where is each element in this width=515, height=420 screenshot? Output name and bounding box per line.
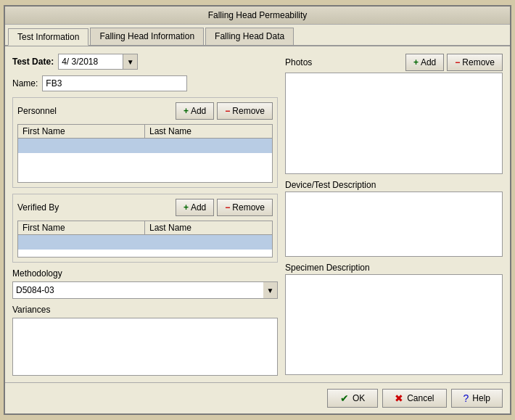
ok-button[interactable]: ✔ OK (327, 389, 378, 408)
photos-remove-button[interactable]: Remove (447, 54, 503, 71)
specimen-label: Specimen Description (285, 263, 503, 273)
photos-label: Photos (285, 57, 312, 67)
photos-btn-group: Add Remove (405, 54, 503, 71)
verified-remove-button[interactable]: Remove (217, 199, 273, 216)
verified-table: First Name Last Name (17, 221, 273, 258)
name-row: Name: (12, 75, 278, 91)
tab-test-information[interactable]: Test Information (8, 28, 88, 46)
photos-area (285, 73, 503, 174)
photos-add-button[interactable]: Add (405, 54, 444, 71)
photos-section: Photos Add Remove (285, 54, 503, 174)
variances-textarea[interactable] (12, 318, 278, 376)
last-name-cell (145, 139, 272, 153)
main-content: Test Date: ▼ Name: Personnel Add (5, 46, 510, 382)
name-label: Name: (12, 78, 38, 88)
photos-header: Photos Add Remove (285, 54, 503, 71)
date-dropdown-wrapper: ▼ (58, 54, 138, 70)
dialog-title: Falling Head Permeability (208, 10, 308, 20)
methodology-dropdown-wrapper: D5084-03 ▼ (12, 281, 278, 299)
specimen-area (285, 274, 503, 375)
table-row[interactable] (18, 235, 272, 250)
variances-label: Variances (12, 305, 278, 315)
table-row[interactable] (18, 139, 272, 153)
test-date-row: Test Date: ▼ (12, 54, 278, 70)
tab-bar: Test Information Falling Head Informatio… (5, 25, 510, 46)
device-test-area (285, 192, 503, 257)
verified-last-name-header: Last Name (145, 221, 272, 234)
dialog: Falling Head Permeability Test Informati… (4, 5, 511, 415)
methodology-label: Methodology (12, 268, 278, 279)
footer: ✔ OK ✖ Cancel ? Help (5, 382, 510, 413)
verified-first-name-cell (18, 235, 145, 250)
test-date-input[interactable] (58, 54, 123, 70)
ok-label: OK (353, 393, 365, 403)
personnel-table-header: First Name Last Name (18, 125, 272, 139)
personnel-btn-group: Add Remove (176, 102, 273, 120)
device-test-section: Device/Test Description (285, 180, 503, 257)
last-name-header: Last Name (145, 125, 272, 138)
verified-first-name-header: First Name (18, 221, 145, 234)
verified-table-header: First Name Last Name (18, 221, 272, 235)
test-date-label: Test Date: (12, 57, 54, 67)
help-button[interactable]: ? Help (451, 389, 503, 408)
first-name-header: First Name (18, 125, 145, 138)
personnel-remove-button[interactable]: Remove (217, 102, 273, 120)
personnel-header: Personnel Add Remove (17, 102, 273, 120)
verified-table-body (18, 235, 272, 257)
methodology-select[interactable]: D5084-03 (12, 281, 278, 299)
variances-section: Variances (12, 305, 278, 376)
personnel-add-button[interactable]: Add (176, 102, 214, 120)
left-panel: Test Date: ▼ Name: Personnel Add (12, 54, 278, 375)
cancel-button[interactable]: ✖ Cancel (382, 389, 446, 408)
verified-last-name-cell (145, 235, 272, 250)
verified-btn-group: Add Remove (176, 199, 273, 216)
right-panel: Photos Add Remove Device/Test Descriptio… (285, 54, 503, 375)
device-test-label: Device/Test Description (285, 180, 503, 190)
verified-by-label: Verified By (17, 202, 59, 213)
tab-falling-head-information[interactable]: Falling Head Information (90, 28, 204, 45)
personnel-section: Personnel Add Remove First Name Last Nam… (12, 97, 278, 188)
personnel-table: First Name Last Name (17, 124, 273, 183)
first-name-cell (18, 139, 145, 153)
date-dropdown-arrow[interactable]: ▼ (123, 54, 138, 70)
name-input[interactable] (42, 75, 187, 91)
verified-by-section: Verified By Add Remove First Name Last N… (12, 194, 278, 263)
verified-by-header: Verified By Add Remove (17, 199, 273, 216)
cancel-icon: ✖ (395, 392, 403, 404)
specimen-section: Specimen Description (285, 263, 503, 375)
ok-icon: ✔ (340, 392, 349, 404)
tab-falling-head-data[interactable]: Falling Head Data (205, 28, 294, 45)
help-icon: ? (464, 392, 469, 404)
help-label: Help (472, 393, 490, 403)
title-bar: Falling Head Permeability (5, 7, 510, 25)
cancel-label: Cancel (407, 393, 434, 403)
methodology-section: Methodology D5084-03 ▼ (12, 268, 278, 299)
personnel-label: Personnel (17, 106, 57, 116)
personnel-table-body (18, 139, 272, 182)
verified-add-button[interactable]: Add (176, 199, 214, 216)
